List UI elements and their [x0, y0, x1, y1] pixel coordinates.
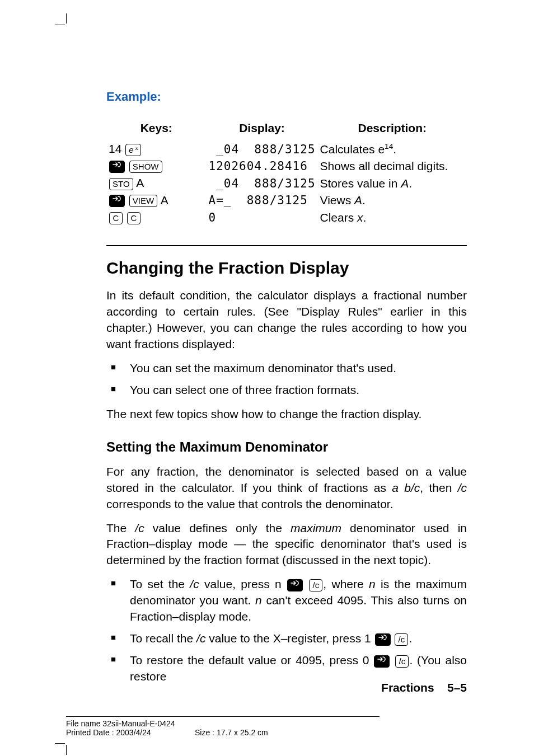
max-denom-para-1: For any fraction, the denominator is sel… [106, 464, 467, 513]
keys-suffix: A [158, 194, 168, 206]
description-value: Calculates e14. [318, 140, 467, 158]
display-value: 0 [207, 209, 318, 226]
table-row: 14 eˣ _04 888/3125 Calculates e14. [106, 140, 467, 158]
display-value: _04 888/3125 [207, 175, 318, 191]
chapter-name: Fractions [381, 681, 434, 694]
keys-display-description-table: Keys: Display: Description: 14 eˣ _04 88… [106, 121, 467, 226]
shift-right-icon [374, 655, 390, 668]
max-denom-para-2: The /c value defines only the maximum de… [106, 520, 467, 569]
page-footer: Fractions 5–5 [381, 681, 467, 694]
sto-key: STO [109, 178, 133, 190]
file-name-line: File name 32sii-Manual-E-0424 [66, 719, 380, 728]
description-value: Views A. [318, 192, 467, 209]
display-value: A=_ 888/3125 [207, 192, 318, 209]
shift-right-icon [109, 195, 125, 207]
shift-right-icon [109, 161, 125, 173]
page-number: 5–5 [447, 681, 467, 694]
display-value: _04 888/3125 [207, 140, 318, 158]
ex-key: eˣ [125, 144, 140, 156]
intro-paragraph: In its default condition, the calculator… [106, 288, 467, 353]
list-item: To recall the /c value to the X–register… [106, 631, 467, 647]
set-c-bullet-list: To set the /c value, press n /c, where n… [106, 576, 467, 685]
display-value: 1202604.28416 [207, 158, 318, 175]
description-value: Stores value in A. [318, 175, 467, 191]
table-row: VIEW A A=_ 888/3125 Views A. [106, 192, 467, 209]
shift-right-icon [375, 633, 391, 646]
example-heading: Example: [106, 90, 467, 104]
printed-date: Printed Date : 2003/4/24 [66, 728, 195, 737]
col-description-header: Description: [318, 121, 467, 140]
view-key: VIEW [129, 195, 157, 207]
intro-after-paragraph: The next few topics show how to change t… [106, 406, 467, 422]
col-display-header: Display: [207, 121, 318, 140]
section-heading: Changing the Fraction Display [106, 259, 467, 278]
intro-bullet-list: You can set the maximum denominator that… [106, 360, 467, 398]
file-info-block: File name 32sii-Manual-E-0424 Printed Da… [66, 716, 380, 737]
keys-suffix: A [134, 176, 144, 189]
fraction-c-key: /c [309, 579, 322, 591]
fraction-c-key: /c [395, 633, 408, 646]
page-size: Size : 17.7 x 25.2 cm [195, 728, 268, 737]
section-divider [106, 245, 467, 246]
list-item: You can select one of three fraction for… [106, 382, 467, 398]
description-value: Shows all decimal digits. [318, 158, 467, 175]
shift-right-icon [287, 579, 303, 591]
list-item: To restore the default value or 4095, pr… [106, 652, 467, 685]
table-row: SHOW 1202604.28416 Shows all decimal dig… [106, 158, 467, 175]
clear-key: C [109, 212, 123, 224]
list-item: You can set the maximum denominator that… [106, 360, 467, 377]
keys-prefix: 14 [109, 142, 125, 155]
show-key: SHOW [129, 161, 162, 173]
col-keys-header: Keys: [106, 121, 207, 140]
description-value: Clears x. [318, 209, 467, 226]
table-row: STO A _04 888/3125 Stores value in A. [106, 175, 467, 191]
clear-key: C [127, 212, 140, 224]
table-row: C C 0 Clears x. [106, 209, 467, 226]
list-item: To set the /c value, press n /c, where n… [106, 576, 467, 625]
subsection-heading: Setting the Maximum Denominator [106, 439, 467, 455]
fraction-c-key: /c [395, 655, 409, 668]
